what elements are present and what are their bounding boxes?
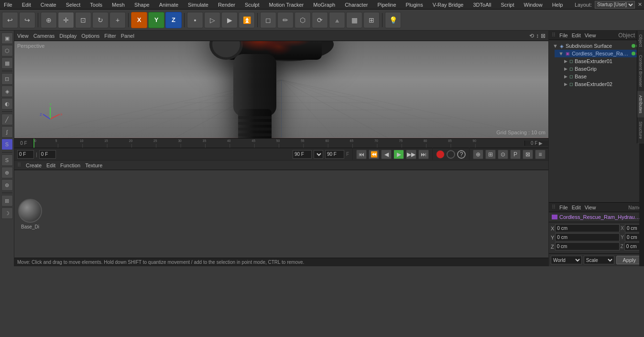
ls-paint[interactable]: ▦ [1,57,13,69]
tb-brush[interactable]: ✏ [277,12,294,28]
rtab-structure[interactable]: Structure [637,118,644,143]
status-record[interactable] [436,150,445,159]
menu-window[interactable]: Window [522,2,545,8]
tb-redo[interactable]: ↪ [19,12,35,28]
vp-icon-1[interactable]: ⟲ [529,33,534,39]
ls-line[interactable]: ╱ [1,114,13,125]
obj-subdivision-surface[interactable]: ▼ ◈ Subdivision Surface [549,42,644,50]
pb-icon-5[interactable]: ⊠ [523,150,533,159]
vp-cameras[interactable]: Cameras [33,33,55,39]
ls-mat4[interactable]: ⊞ [1,195,13,207]
tb-select[interactable]: ⊕ [41,12,57,28]
obj-cordless-ram[interactable]: ▼ ▣ Cordless_Rescue_Ram_Hydraulic_t [555,50,644,57]
obj-h-edit[interactable]: Edit [572,33,581,38]
close-icon[interactable]: ✕ [638,1,642,8]
tb-render-main[interactable]: ▶ [221,12,238,28]
pb-icon-2[interactable]: ⊞ [485,150,496,159]
playback-play[interactable]: ▶ [393,150,404,159]
menu-shape[interactable]: Shape [132,2,152,8]
coord-x-val1[interactable] [555,224,620,232]
obj-icon-1[interactable]: Object [618,32,635,39]
status-q[interactable]: ? [457,150,466,159]
menu-script[interactable]: Script [499,2,516,8]
ls-tool2[interactable]: ◈ [1,86,13,97]
frame-end-input[interactable] [293,150,312,159]
pb-icon-1[interactable]: ⊕ [473,150,483,159]
menu-3dtoall[interactable]: 3DToAll [471,2,493,8]
ls-mat5[interactable]: ☽ [1,207,13,219]
menu-render[interactable]: Render [216,2,237,8]
tb-knife[interactable]: ⟁ [329,12,345,28]
tb-render-region[interactable]: ▪ [187,12,203,28]
menu-mesh[interactable]: Mesh [110,2,127,8]
menu-create[interactable]: Create [39,2,58,8]
obj-vis-dot[interactable] [632,44,635,48]
mat-menu-function[interactable]: Function [60,163,80,168]
tb-scale[interactable]: ⊡ [75,12,91,28]
coord-mode-scale[interactable]: Scale Size [584,256,615,264]
menu-pipeline[interactable]: Pipeline [375,2,398,8]
apply-button[interactable]: Apply [616,256,642,264]
ls-arc[interactable]: ∫ [1,126,13,138]
vp-options[interactable]: Options [81,33,99,39]
obj-base-grip[interactable]: ▶ ◻ BaseGrip [560,65,644,73]
mat-menu-texture[interactable]: Texture [85,163,102,168]
menu-simulate[interactable]: Simulate [186,2,210,8]
playback-step-fwd[interactable]: ▶▶ [406,150,416,159]
attr-h-edit[interactable]: Edit [572,205,581,210]
attr-h-file[interactable]: File [559,205,568,210]
obj-vis-dot-2[interactable] [632,52,635,55]
menu-select[interactable]: Select [64,2,83,8]
tb-move[interactable]: ✛ [58,12,74,28]
menu-motion-tracker[interactable]: Motion Tracker [267,2,306,8]
tb-render-view[interactable]: ▷ [204,12,220,28]
material-item[interactable]: Base_Di [18,199,42,229]
playback-back[interactable]: ⏪ [369,150,379,159]
mat-menu-edit[interactable]: Edit [46,163,55,168]
vp-icon-3[interactable]: ⊠ [541,33,546,39]
tb-sym[interactable]: ⟳ [312,12,328,28]
mat-menu-create[interactable]: Create [26,163,42,168]
ls-mat2[interactable]: ⊕ [1,167,13,178]
menu-vray-bridge[interactable]: V-Ray Bridge [431,2,466,8]
vp-view[interactable]: View [17,33,29,39]
tb-mat[interactable]: ▦ [346,12,362,28]
frame-end-2[interactable] [325,150,344,159]
tb-add[interactable]: + [109,12,126,28]
tb-y-axis[interactable]: Y [148,12,164,28]
menu-file[interactable]: File [2,2,14,8]
tb-poly[interactable]: ◻ [260,12,276,28]
vp-filter[interactable]: Filter [104,33,116,39]
ls-mat3[interactable]: ⊛ [1,179,13,191]
playback-first[interactable]: ⏮ [356,150,367,159]
ls-tool3[interactable]: ◐ [1,98,13,109]
obj-base-extruder01[interactable]: ▶ ◻ BaseExtruder01 [560,57,644,65]
tb-rotate[interactable]: ↻ [92,12,109,28]
frame-current-input[interactable] [17,150,34,159]
playback-last[interactable]: ⏭ [418,150,429,159]
attr-h-view[interactable]: View [585,205,596,210]
menu-mograph[interactable]: MoGraph [311,2,337,8]
tb-z-axis[interactable]: Z [165,12,182,28]
rtab-attributes[interactable]: Attributes [637,91,644,118]
coord-z-val1[interactable] [555,242,620,250]
layout-select[interactable]: Startup [User] [595,1,635,9]
obj-h-view[interactable]: View [585,33,596,38]
vp-icon-2[interactable]: ↕ [536,33,539,39]
ls-tool1[interactable]: ⊡ [1,73,13,85]
obj-h-file[interactable]: File [559,33,568,38]
tb-light[interactable]: 💡 [385,12,401,28]
menu-edit[interactable]: Edit [20,2,33,8]
tb-x-axis[interactable]: X [131,12,147,28]
ls-mat1[interactable]: S [1,154,13,166]
tb-render-anim[interactable]: ⏫ [239,12,255,28]
timeline-ruler[interactable]: 0 F 0 5 10 15 20 25 [14,138,548,148]
vp-display[interactable]: Display [59,33,76,39]
viewport[interactable]: X Y Z Perspective Grid Spacing : 10 cm [14,41,548,138]
material-sphere[interactable] [18,199,42,223]
coord-y-val1[interactable] [555,233,620,241]
coord-mode-world[interactable]: World Object [551,256,582,264]
rtab-content-browser[interactable]: Content Browser [637,51,644,91]
tb-undo[interactable]: ↩ [2,12,18,28]
pb-icon-4[interactable]: P [510,150,521,159]
